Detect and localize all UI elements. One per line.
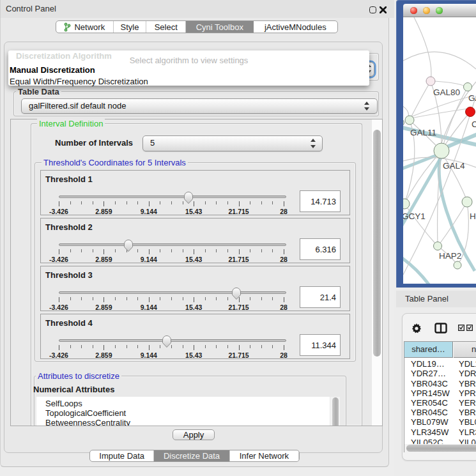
svg-text:HIS4: HIS4 bbox=[470, 211, 476, 221]
svg-text:GAL7: GAL7 bbox=[468, 93, 476, 103]
svg-text:GAL11: GAL11 bbox=[410, 128, 436, 137]
svg-text:GAL4: GAL4 bbox=[443, 161, 465, 171]
svg-text:CY: CY bbox=[472, 119, 476, 129]
svg-text:GCY1: GCY1 bbox=[403, 211, 426, 221]
svg-text:HAP2: HAP2 bbox=[439, 251, 461, 261]
svg-text:GAL80: GAL80 bbox=[433, 88, 460, 97]
